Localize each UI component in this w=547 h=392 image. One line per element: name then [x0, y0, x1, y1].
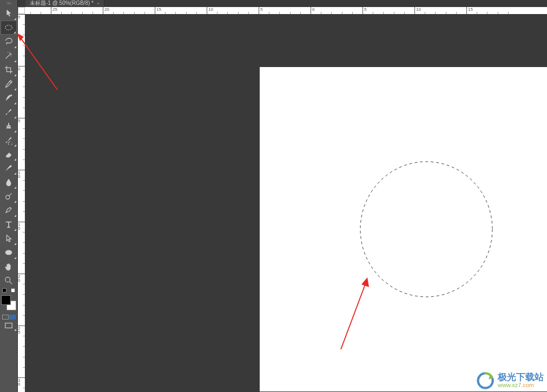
- swap-colors-icon[interactable]: [11, 288, 15, 293]
- pen-tool[interactable]: [1, 203, 17, 217]
- hand-tool[interactable]: [1, 260, 17, 274]
- svg-point-4: [5, 250, 12, 255]
- quick-mask-toggle[interactable]: [1, 315, 17, 320]
- path-selection-tool[interactable]: [1, 231, 17, 245]
- ruler-origin-corner[interactable]: [18, 7, 25, 14]
- eyedropper-tool[interactable]: [1, 77, 17, 91]
- svg-point-7: [360, 162, 492, 297]
- svg-point-1: [10, 95, 12, 97]
- zoom-tool[interactable]: [1, 274, 17, 288]
- type-tool[interactable]: [1, 217, 17, 231]
- color-reset-row: [1, 288, 17, 293]
- screen-mode-button[interactable]: [1, 320, 17, 331]
- brush-tool[interactable]: [1, 105, 17, 119]
- watermark-title: 极光下载站: [498, 373, 544, 382]
- spot-healing-brush-tool[interactable]: [1, 91, 17, 105]
- svg-point-5: [5, 277, 10, 282]
- lasso-tool[interactable]: [1, 35, 17, 49]
- toolbox-panel: ≡≡≡: [0, 0, 18, 392]
- history-brush-tool[interactable]: [1, 133, 17, 147]
- clone-stamp-tool[interactable]: [1, 119, 17, 133]
- watermark-logo-icon: [476, 371, 495, 390]
- crop-tool[interactable]: [1, 63, 17, 77]
- tab-title: 未标题-1 @ 50%(RGB/8) *: [30, 0, 94, 7]
- default-colors-icon[interactable]: [2, 288, 6, 293]
- ruler-horizontal[interactable]: 30252015105051015: [25, 7, 547, 14]
- eraser-tool[interactable]: [1, 147, 17, 161]
- svg-rect-6: [5, 323, 12, 328]
- gradient-tool[interactable]: [1, 161, 17, 175]
- svg-point-3: [6, 195, 10, 199]
- watermark-url: www.xz7.com: [498, 382, 544, 389]
- move-tool[interactable]: [1, 6, 17, 21]
- dodge-tool[interactable]: [1, 189, 17, 203]
- selection-ellipse: [360, 161, 493, 297]
- toolbox-grip[interactable]: ≡≡≡: [0, 0, 17, 6]
- document-tab[interactable]: 未标题-1 @ 50%(RGB/8) * ×: [25, 0, 104, 6]
- tab-close-icon[interactable]: ×: [97, 1, 100, 6]
- foreground-color-swatch[interactable]: [1, 295, 11, 305]
- magic-wand-tool[interactable]: [1, 49, 17, 63]
- svg-point-2: [10, 165, 12, 168]
- color-swatches[interactable]: [1, 295, 16, 310]
- ellipse-shape-tool[interactable]: [1, 245, 17, 260]
- elliptical-marquee-tool[interactable]: [1, 21, 17, 35]
- document-tab-bar: 未标题-1 @ 50%(RGB/8) * ×: [25, 0, 547, 6]
- watermark: 极光下载站 www.xz7.com: [476, 371, 544, 390]
- ruler-vertical[interactable]: 50510152025303540: [18, 14, 25, 392]
- svg-point-0: [5, 25, 12, 30]
- blur-tool[interactable]: [1, 175, 17, 189]
